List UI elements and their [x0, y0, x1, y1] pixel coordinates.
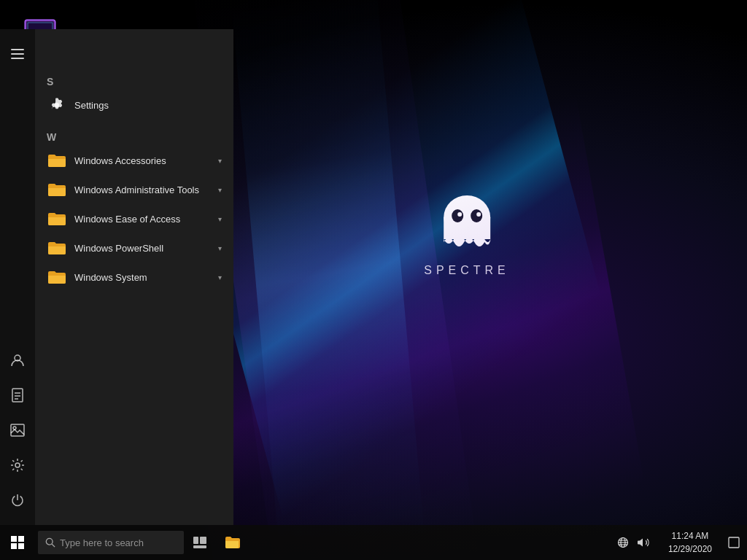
svg-point-5	[476, 212, 481, 217]
section-letter-s: S	[35, 70, 233, 90]
svg-point-22	[15, 463, 20, 467]
sidebar-settings-icon[interactable]	[0, 448, 35, 483]
svg-rect-16	[12, 389, 23, 402]
sidebar-bottom-icons	[0, 343, 35, 518]
task-view-button[interactable]	[184, 525, 216, 560]
notification-button[interactable]	[721, 525, 747, 560]
spectre-text: SPECTRE	[424, 264, 510, 277]
folder-icon-system	[47, 267, 67, 287]
svg-rect-24	[18, 536, 24, 542]
volume-icon[interactable]	[633, 525, 654, 560]
svg-point-27	[46, 538, 53, 545]
folder-icon-powershell	[47, 238, 67, 258]
svg-point-4	[457, 212, 462, 217]
system-tray	[607, 525, 659, 560]
start-sidebar	[0, 29, 35, 525]
chevron-admin: ▾	[218, 186, 222, 194]
file-explorer-button[interactable]	[216, 525, 248, 560]
svg-rect-37	[729, 537, 739, 548]
win-system-label: Windows System	[74, 272, 147, 283]
win-powershell-label: Windows PowerShell	[74, 243, 163, 254]
folder-icon-admin	[47, 179, 67, 200]
settings-label: Settings	[74, 100, 109, 111]
chevron-sys: ▾	[218, 273, 222, 281]
svg-rect-14	[11, 58, 24, 59]
spectre-logo: SPECTRE	[424, 190, 510, 277]
app-item-win-ease-of-access[interactable]: Windows Ease of Access ▾	[35, 204, 233, 233]
sidebar-power-icon[interactable]	[0, 483, 35, 518]
win-admin-tools-label: Windows Administrative Tools	[74, 184, 199, 195]
taskbar: Type here to search	[0, 525, 747, 560]
svg-point-0	[444, 195, 490, 239]
chevron-accessories: ▾	[218, 157, 222, 165]
chevron-ease: ▾	[218, 215, 222, 223]
svg-rect-13	[11, 53, 24, 55]
system-clock[interactable]: 11:24 AM 12/29/2020	[659, 525, 721, 560]
language-icon[interactable]	[613, 525, 633, 560]
sidebar-documents-icon[interactable]	[0, 378, 35, 413]
clock-time: 11:24 AM	[672, 529, 709, 542]
app-item-win-powershell[interactable]: Windows PowerShell ▾	[35, 233, 233, 262]
svg-rect-30	[200, 537, 206, 544]
folder-icon-ease	[47, 209, 67, 229]
app-list: S Settings W Windows Accessories ▾	[35, 29, 233, 525]
chevron-ps: ▾	[218, 244, 222, 252]
search-bar[interactable]: Type here to search	[38, 531, 184, 554]
search-placeholder: Type here to search	[60, 537, 144, 548]
svg-rect-26	[18, 543, 24, 549]
svg-rect-25	[11, 543, 17, 549]
svg-rect-20	[11, 424, 24, 436]
win-accessories-label: Windows Accessories	[74, 155, 166, 166]
svg-rect-12	[11, 49, 24, 50]
settings-icon	[47, 95, 67, 115]
app-item-win-accessories[interactable]: Windows Accessories ▾	[35, 146, 233, 175]
svg-rect-23	[11, 536, 17, 542]
folder-icon-accessories	[47, 150, 67, 171]
app-item-settings[interactable]: Settings	[35, 90, 233, 120]
app-item-win-system[interactable]: Windows System ▾	[35, 262, 233, 292]
hamburger-button[interactable]	[0, 36, 35, 71]
taskbar-right: 11:24 AM 12/29/2020	[607, 525, 747, 560]
svg-rect-31	[193, 545, 206, 548]
sidebar-pictures-icon[interactable]	[0, 413, 35, 448]
start-button[interactable]	[0, 525, 35, 560]
app-item-win-admin-tools[interactable]: Windows Administrative Tools ▾	[35, 175, 233, 204]
svg-rect-29	[193, 537, 198, 544]
win-ease-label: Windows Ease of Access	[74, 214, 180, 225]
svg-point-2	[452, 209, 463, 222]
svg-line-28	[52, 544, 55, 547]
section-letter-w: W	[35, 125, 233, 146]
search-icon	[45, 537, 55, 548]
sidebar-user-icon[interactable]	[0, 343, 35, 378]
svg-point-3	[471, 209, 482, 222]
clock-date: 12/29/2020	[668, 542, 712, 556]
svg-rect-1	[444, 217, 490, 239]
